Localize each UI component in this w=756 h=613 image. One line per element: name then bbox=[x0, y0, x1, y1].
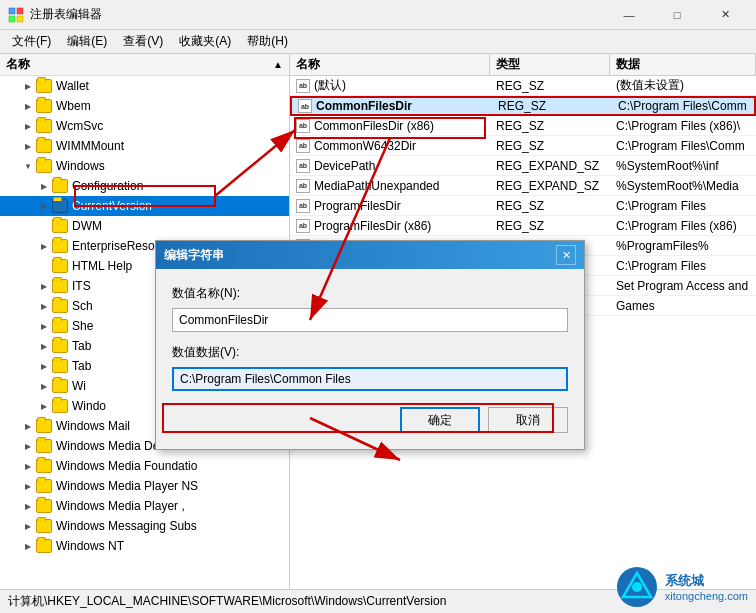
tree-label-windows: Windows bbox=[56, 159, 105, 173]
cancel-button[interactable]: 取消 bbox=[488, 407, 568, 433]
cell-data: C:\Program Files bbox=[610, 198, 756, 214]
cell-name: ab DevicePath bbox=[290, 158, 490, 174]
tree-item-windows[interactable]: Windows bbox=[0, 156, 289, 176]
tree-arrow-wi bbox=[36, 378, 52, 394]
tree-arrow-wmediadevice bbox=[20, 438, 36, 454]
folder-icon-enterprise bbox=[52, 239, 68, 253]
tree-item-wmediafoundation[interactable]: Windows Media Foundatio bbox=[0, 456, 289, 476]
tree-label-wmediaplayerns: Windows Media Player NS bbox=[56, 479, 198, 493]
tree-header-label: 名称 bbox=[6, 56, 30, 73]
tree-item-wmediaplayerns[interactable]: Windows Media Player NS bbox=[0, 476, 289, 496]
tree-arrow-wallet bbox=[20, 78, 36, 94]
menu-view[interactable]: 查看(V) bbox=[115, 31, 171, 52]
data-input[interactable] bbox=[172, 367, 568, 391]
folder-icon-wbem bbox=[36, 99, 52, 113]
maximize-button[interactable]: □ bbox=[654, 0, 700, 30]
table-row[interactable]: ab (默认) REG_SZ (数值未设置) bbox=[290, 76, 756, 96]
tree-arrow-sch bbox=[36, 298, 52, 314]
status-bar: 计算机\HKEY_LOCAL_MACHINE\SOFTWARE\Microsof… bbox=[0, 589, 756, 613]
table-row[interactable]: ab ProgramFilesDir (x86) REG_SZ C:\Progr… bbox=[290, 216, 756, 236]
tree-label-wmessagingsubs: Windows Messaging Subs bbox=[56, 519, 197, 533]
tree-label-configuration: Configuration bbox=[72, 179, 143, 193]
cell-type: REG_SZ bbox=[490, 118, 610, 134]
tree-label-tab2: Tab bbox=[72, 359, 91, 373]
data-label: 数值数据(V): bbox=[172, 344, 568, 361]
tree-arrow-wimmount bbox=[20, 138, 36, 154]
menu-edit[interactable]: 编辑(E) bbox=[59, 31, 115, 52]
tree-item-currentversion[interactable]: CurrentVersion bbox=[0, 196, 289, 216]
name-input[interactable] bbox=[172, 308, 568, 332]
title-bar-controls: — □ ✕ bbox=[606, 0, 748, 30]
tree-arrow-wmessagingsubs bbox=[20, 518, 36, 534]
tree-header: 名称 ▲ bbox=[0, 54, 289, 76]
tree-arrow-wmediaplayerns bbox=[20, 478, 36, 494]
col-header-type: 类型 bbox=[490, 54, 610, 75]
table-row[interactable]: ab CommonFilesDir REG_SZ C:\Program File… bbox=[290, 96, 756, 116]
tree-label-tab1: Tab bbox=[72, 339, 91, 353]
folder-icon-windo bbox=[52, 399, 68, 413]
tree-label-windowsmail: Windows Mail bbox=[56, 419, 130, 433]
tree-label-wallet: Wallet bbox=[56, 79, 89, 93]
cell-data: %ProgramFiles% bbox=[610, 238, 756, 254]
menu-bar: 文件(F) 编辑(E) 查看(V) 收藏夹(A) 帮助(H) bbox=[0, 30, 756, 54]
folder-icon-windowsnt bbox=[36, 539, 52, 553]
folder-icon-its bbox=[52, 279, 68, 293]
title-bar: 注册表编辑器 — □ ✕ bbox=[0, 0, 756, 30]
tree-label-htmlhelp: HTML Help bbox=[72, 259, 132, 273]
ok-button[interactable]: 确定 bbox=[400, 407, 480, 433]
menu-help[interactable]: 帮助(H) bbox=[239, 31, 296, 52]
tree-arrow-windowsnt bbox=[20, 538, 36, 554]
cell-data: (数值未设置) bbox=[610, 76, 756, 95]
folder-icon-tab1 bbox=[52, 339, 68, 353]
cell-data: %SystemRoot%\inf bbox=[610, 158, 756, 174]
tree-label-wi: Wi bbox=[72, 379, 86, 393]
menu-file[interactable]: 文件(F) bbox=[4, 31, 59, 52]
table-row[interactable]: ab CommonFilesDir (x86) REG_SZ C:\Progra… bbox=[290, 116, 756, 136]
tree-item-wbem[interactable]: Wbem bbox=[0, 96, 289, 116]
dialog-buttons: 确定 取消 bbox=[172, 407, 568, 433]
tree-item-windowsnt[interactable]: Windows NT bbox=[0, 536, 289, 556]
svg-rect-0 bbox=[9, 8, 15, 14]
folder-icon-currentversion bbox=[52, 199, 68, 213]
tree-item-wcmsvc[interactable]: WcmSvc bbox=[0, 116, 289, 136]
table-row[interactable]: ab ProgramFilesDir REG_SZ C:\Program Fil… bbox=[290, 196, 756, 216]
cell-type: REG_SZ bbox=[490, 198, 610, 214]
folder-icon-windowsmail bbox=[36, 419, 52, 433]
cell-data: C:\Program Files\Comm bbox=[610, 138, 756, 154]
tree-label-windowsnt: Windows NT bbox=[56, 539, 124, 553]
tree-item-wmediaplayer[interactable]: Windows Media Player , bbox=[0, 496, 289, 516]
cell-name: ab CommonW6432Dir bbox=[290, 138, 490, 154]
reg-icon: ab bbox=[296, 179, 310, 193]
minimize-button[interactable]: — bbox=[606, 0, 652, 30]
tree-item-configuration[interactable]: Configuration bbox=[0, 176, 289, 196]
tree-item-wallet[interactable]: Wallet bbox=[0, 76, 289, 96]
tree-arrow-windows bbox=[20, 158, 36, 174]
table-row[interactable]: ab MediaPathUnexpanded REG_EXPAND_SZ %Sy… bbox=[290, 176, 756, 196]
close-button[interactable]: ✕ bbox=[702, 0, 748, 30]
folder-icon-tab2 bbox=[52, 359, 68, 373]
cell-data: Games bbox=[610, 298, 756, 314]
tree-label-wcmsvc: WcmSvc bbox=[56, 119, 103, 133]
tree-arrow-enterprise bbox=[36, 238, 52, 254]
reg-icon: ab bbox=[296, 139, 310, 153]
title-bar-left: 注册表编辑器 bbox=[8, 6, 102, 23]
table-row[interactable]: ab DevicePath REG_EXPAND_SZ %SystemRoot%… bbox=[290, 156, 756, 176]
name-label: 数值名称(N): bbox=[172, 285, 568, 302]
edit-string-dialog[interactable]: 编辑字符串 ✕ 数值名称(N): 数值数据(V): 确定 取消 bbox=[155, 240, 585, 450]
tree-item-dwm[interactable]: DWM bbox=[0, 216, 289, 236]
cell-name: ab (默认) bbox=[290, 76, 490, 95]
tree-item-wimmount[interactable]: WIMMMount bbox=[0, 136, 289, 156]
dialog-close-button[interactable]: ✕ bbox=[556, 245, 576, 265]
reg-icon: ab bbox=[298, 99, 312, 113]
table-row[interactable]: ab CommonW6432Dir REG_SZ C:\Program File… bbox=[290, 136, 756, 156]
cell-name: ab CommonFilesDir (x86) bbox=[290, 118, 490, 134]
cell-type: REG_SZ bbox=[490, 138, 610, 154]
folder-icon-windows bbox=[36, 159, 52, 173]
tree-collapse-icon[interactable]: ▲ bbox=[273, 59, 283, 70]
dialog-title: 编辑字符串 bbox=[164, 247, 224, 264]
cell-type: REG_SZ bbox=[490, 78, 610, 94]
folder-icon-configuration bbox=[52, 179, 68, 193]
status-text: 计算机\HKEY_LOCAL_MACHINE\SOFTWARE\Microsof… bbox=[8, 593, 446, 610]
tree-item-wmessagingsubs[interactable]: Windows Messaging Subs bbox=[0, 516, 289, 536]
menu-favorites[interactable]: 收藏夹(A) bbox=[171, 31, 239, 52]
